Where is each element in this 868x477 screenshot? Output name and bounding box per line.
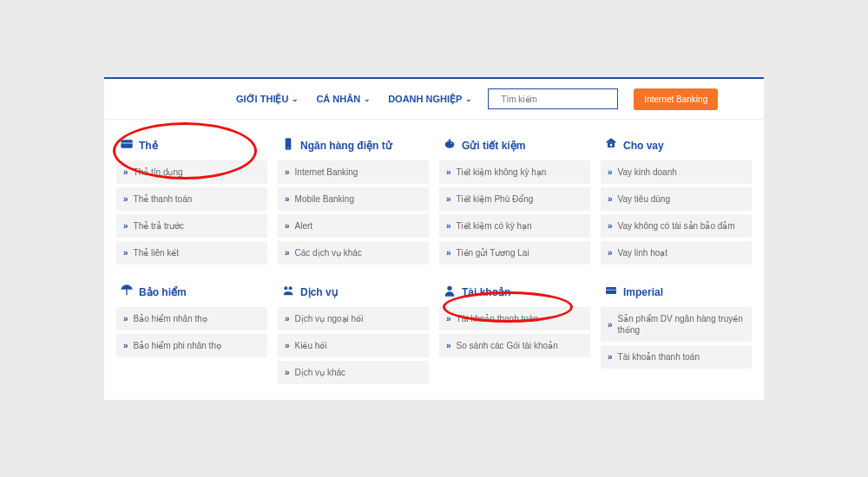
double-chevron-icon: » [446, 193, 451, 205]
topbar: GIỚI THIỆU ⌄ CÁ NHÂN ⌄ DOANH NGHIỆP ⌄ In… [104, 79, 764, 120]
category-item[interactable]: »So sánh các Gói tài khoản [439, 334, 590, 357]
double-chevron-icon: » [123, 247, 128, 258]
svg-rect-16 [606, 290, 616, 291]
svg-point-7 [450, 143, 451, 144]
chevron-down-icon: ⌄ [364, 95, 371, 103]
svg-point-10 [610, 144, 613, 147]
double-chevron-icon: » [285, 247, 290, 258]
category-item[interactable]: »Kiều hối [278, 334, 429, 357]
category-item[interactable]: »Vay tiêu dùng [601, 187, 752, 211]
category-card: Imperial»Sản phẩm DV ngân hàng truyền th… [601, 278, 752, 388]
category-item[interactable]: »Vay linh hoạt [601, 241, 752, 265]
category-item-label: Tiết kiệm Phù Đổng [457, 193, 534, 205]
double-chevron-icon: » [608, 193, 613, 205]
category-item[interactable]: »Vay không có tài sản bảo đảm [601, 214, 752, 238]
category-title[interactable]: Dịch vụ [278, 278, 429, 307]
account-icon [443, 284, 457, 300]
category-title[interactable]: Bảo hiểm [116, 278, 267, 307]
category-title[interactable]: Imperial [601, 278, 752, 307]
double-chevron-icon: » [285, 313, 290, 324]
double-chevron-icon: » [446, 247, 451, 258]
double-chevron-icon: » [608, 167, 613, 178]
category-item[interactable]: »Sản phẩm DV ngân hàng truyền thống [601, 307, 752, 342]
category-item-label: Vay linh hoạt [618, 247, 668, 258]
category-item-label: Vay không có tài sản bảo đảm [618, 220, 735, 232]
double-chevron-icon: » [446, 167, 451, 178]
category-item-label: Tiền gửi Tương Lai [457, 247, 529, 258]
category-item-label: Thẻ thanh toán [134, 193, 193, 205]
category-title[interactable]: Cho vay [601, 132, 752, 160]
category-title-text: Cho vay [623, 140, 664, 152]
nav-personal[interactable]: CÁ NHÂN ⌄ [316, 94, 371, 105]
piggy-icon [443, 137, 457, 154]
category-item[interactable]: »Thẻ trả trước [116, 214, 267, 238]
category-title-text: Bảo hiểm [139, 286, 187, 298]
double-chevron-icon: » [285, 193, 290, 205]
loan-icon [604, 137, 618, 154]
category-title[interactable]: Gửi tiết kiệm [439, 132, 590, 160]
category-item-label: Mobile Banking [295, 193, 354, 205]
category-card: Ngân hàng điện tử»Internet Banking»Mobil… [278, 132, 429, 268]
category-title[interactable]: Tài khoản [439, 278, 590, 307]
double-chevron-icon: » [285, 367, 290, 378]
nav-business[interactable]: DOANH NGHIỆP ⌄ [388, 94, 472, 105]
category-item[interactable]: »Internet Banking [278, 160, 429, 184]
category-item[interactable]: »Tiết kiệm Phù Đổng [439, 187, 590, 211]
category-item[interactable]: »Thẻ tín dụng [116, 160, 267, 184]
svg-point-6 [445, 141, 455, 148]
category-item-label: Tiết kiệm không kỳ hạn [457, 167, 547, 178]
category-item[interactable]: »Thẻ liên kết [116, 241, 267, 265]
category-item[interactable]: »Tiền gửi Tương Lai [439, 241, 590, 265]
double-chevron-icon: » [446, 220, 451, 232]
category-item-label: So sánh các Gói tài khoản [457, 340, 558, 351]
category-item-label: Bảo hiểm nhân thọ [134, 313, 207, 324]
category-item[interactable]: »Vay kinh doanh [601, 160, 752, 184]
double-chevron-icon: » [608, 247, 613, 258]
category-item-label: Dịch vụ khác [295, 367, 345, 378]
umbrella-icon [120, 284, 134, 300]
category-item[interactable]: »Tài khoản thanh toán [601, 345, 752, 369]
category-title-text: Dịch vụ [300, 286, 339, 298]
svg-point-5 [287, 147, 288, 148]
category-item[interactable]: »Tài khoản thanh toán [439, 307, 590, 330]
category-item[interactable]: »Bảo hiểm nhân thọ [116, 307, 267, 330]
category-title[interactable]: Thẻ [116, 132, 267, 160]
category-item[interactable]: »Tiết kiệm không kỳ hạn [439, 160, 590, 184]
nav-label: CÁ NHÂN [316, 94, 360, 104]
search-input[interactable] [501, 95, 611, 104]
category-item[interactable]: »Tiết kiệm có kỳ hạn [439, 214, 590, 238]
double-chevron-icon: » [446, 313, 451, 324]
category-item[interactable]: »Bảo hiểm phi nhân thọ [116, 334, 267, 357]
main-nav: GIỚI THIỆU ⌄ CÁ NHÂN ⌄ DOANH NGHIỆP ⌄ [236, 94, 472, 105]
category-item[interactable]: »Alert [278, 214, 429, 238]
double-chevron-icon: » [123, 313, 128, 324]
category-item-label: Vay kinh doanh [618, 167, 677, 178]
category-item[interactable]: »Các dịch vụ khác [278, 241, 429, 265]
logo-placeholder [116, 88, 220, 110]
category-title-text: Thẻ [139, 140, 158, 152]
internet-banking-button[interactable]: Internet Banking [634, 88, 718, 110]
category-card: Dịch vụ»Dịch vụ ngoại hối»Kiều hối»Dịch … [278, 278, 429, 388]
svg-point-13 [289, 286, 293, 290]
category-item[interactable]: »Thẻ thanh toán [116, 187, 267, 211]
category-item-label: Tiết kiệm có kỳ hạn [457, 220, 532, 232]
category-title[interactable]: Ngân hàng điện tử [278, 132, 429, 160]
mobile-icon [281, 137, 295, 154]
category-item[interactable]: »Dịch vụ ngoại hối [278, 307, 429, 330]
search-box[interactable] [488, 88, 618, 109]
category-card: Tài khoản»Tài khoản thanh toán»So sánh c… [439, 278, 590, 388]
service-icon [281, 284, 295, 300]
category-item[interactable]: »Mobile Banking [278, 187, 429, 211]
svg-rect-8 [449, 140, 451, 141]
category-item-label: Thẻ trả trước [134, 220, 184, 232]
category-item[interactable]: »Dịch vụ khác [278, 361, 429, 384]
category-card: Bảo hiểm»Bảo hiểm nhân thọ»Bảo hiểm phi … [116, 278, 267, 388]
category-item-label: Tài khoản thanh toán [618, 351, 700, 363]
nav-intro[interactable]: GIỚI THIỆU ⌄ [236, 94, 299, 105]
svg-point-12 [284, 286, 287, 290]
chevron-down-icon: ⌄ [465, 95, 472, 103]
category-card: Cho vay»Vay kinh doanh»Vay tiêu dùng»Vay… [601, 132, 752, 268]
double-chevron-icon: » [123, 167, 128, 178]
category-item-label: Thẻ liên kết [134, 247, 180, 258]
category-item-label: Tài khoản thanh toán [457, 313, 538, 324]
